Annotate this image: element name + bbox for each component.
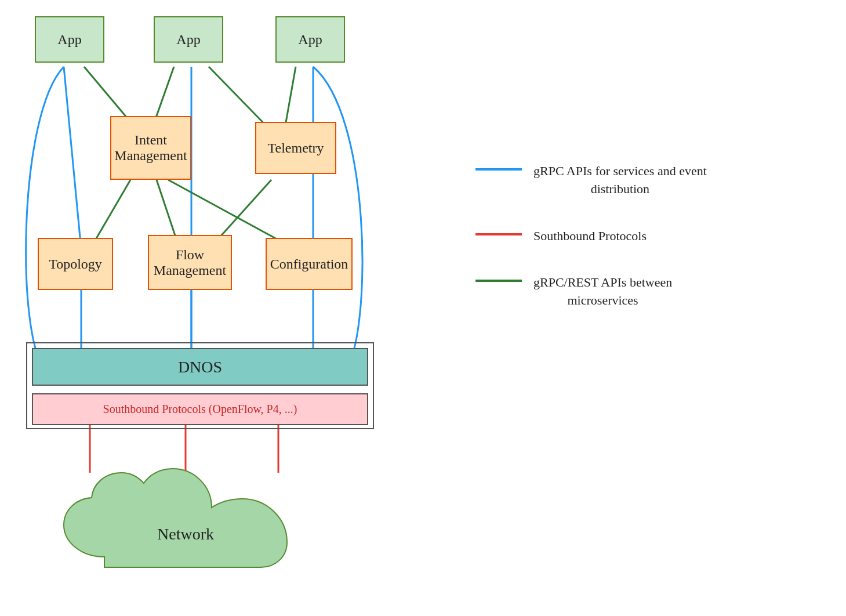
legend-item-grpc-rest: gRPC/REST APIs betweenmicroservices <box>475 274 765 310</box>
legend-text-grpc-api: gRPC APIs for services and eventdistribu… <box>533 162 707 198</box>
legend-item-southbound: Southbound Protocols <box>475 227 765 245</box>
legend-text-grpc-rest: gRPC/REST APIs betweenmicroservices <box>533 274 672 310</box>
legend-line-red <box>475 233 522 235</box>
intent-management-box: IntentManagement <box>110 116 191 180</box>
app-box-2: App <box>154 16 223 63</box>
legend: gRPC APIs for services and eventdistribu… <box>475 162 765 339</box>
app-box-1: App <box>35 16 104 63</box>
legend-line-blue <box>475 168 522 171</box>
app-box-3: App <box>275 16 345 63</box>
network-cloud: Network <box>46 464 325 580</box>
flow-management-box: FlowManagement <box>148 235 232 290</box>
diagram-area: App App App IntentManagement Telemetry T… <box>0 0 406 616</box>
network-label: Network <box>157 525 214 543</box>
cloud-svg: Network <box>46 464 325 580</box>
dnos-box: DNOS <box>32 348 368 386</box>
topology-box: Topology <box>38 238 113 290</box>
southbound-box: Southbound Protocols (OpenFlow, P4, ...) <box>32 393 368 425</box>
legend-text-southbound: Southbound Protocols <box>533 227 647 245</box>
telemetry-box: Telemetry <box>255 122 336 174</box>
legend-line-green <box>475 280 522 282</box>
configuration-box: Configuration <box>266 238 353 290</box>
legend-item-grpc-api: gRPC APIs for services and eventdistribu… <box>475 162 765 198</box>
